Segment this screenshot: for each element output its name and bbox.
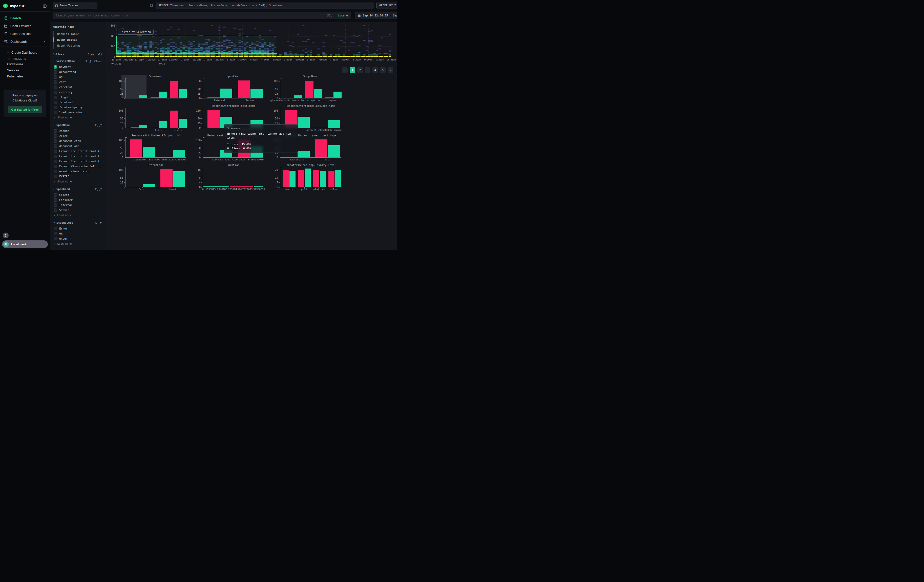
checkbox[interactable] — [54, 111, 57, 114]
inlier-bar[interactable] — [251, 89, 262, 98]
inlier-bar[interactable] — [139, 96, 147, 98]
filter-checkbox-payment[interactable]: ✓payment — [53, 64, 102, 69]
filter-checkbox-ad[interactable]: ad — [53, 74, 102, 79]
filter-by-selection-button[interactable]: Filter by Selection — [118, 29, 153, 35]
inlier-bar[interactable] — [297, 117, 310, 128]
mode-tab-event-patterns[interactable]: Event Patterns — [54, 43, 102, 49]
create-dashboard-button[interactable]: Create Dashboard — [0, 49, 50, 56]
search-icon[interactable] — [95, 188, 98, 191]
filter-checkbox-change[interactable]: change — [53, 128, 102, 134]
inlier-bar[interactable] — [173, 171, 185, 187]
inlier-bar[interactable] — [220, 89, 232, 98]
mode-tab-event-deltas[interactable]: Event Deltas — [54, 37, 102, 43]
filter-checkbox-documentfetch[interactable]: documentFetch — [53, 138, 102, 143]
outlier-bar[interactable] — [170, 81, 178, 98]
lucene-toggle[interactable]: Lucene — [338, 14, 348, 17]
outlier-bar[interactable] — [238, 81, 250, 98]
filter-checkbox-currency[interactable]: currency — [53, 89, 102, 95]
inlier-bar[interactable] — [289, 171, 295, 187]
checkbox[interactable] — [54, 193, 57, 196]
filter-group-name[interactable]: SpanKind — [56, 188, 94, 191]
sql-toggle[interactable]: SQL — [327, 14, 332, 17]
outlier-bar[interactable] — [313, 170, 319, 187]
sidebar-item-dashboards[interactable]: Dashboards — [0, 38, 50, 46]
preset-services[interactable]: Services — [0, 67, 50, 73]
sidebar-item-client-sessions[interactable]: Client Sessions — [0, 30, 50, 38]
inlier-bar[interactable] — [333, 92, 342, 98]
outlier-bar[interactable] — [208, 97, 219, 98]
filter-group-clear-button[interactable]: Clear — [94, 60, 102, 63]
inlier-bar[interactable] — [297, 151, 310, 157]
chevron-down-icon[interactable] — [53, 124, 55, 126]
page-button-1[interactable]: 1 — [350, 67, 355, 73]
checkbox[interactable] — [54, 160, 57, 163]
sql-select-input[interactable]: SELECT Timestamp, ServiceName, StatusCod… — [156, 2, 373, 9]
outlier-bar[interactable] — [305, 81, 314, 98]
pin-icon[interactable] — [99, 221, 102, 224]
checkbox[interactable] — [54, 232, 57, 235]
checkbox[interactable] — [54, 208, 57, 212]
checkbox[interactable] — [54, 106, 57, 109]
checkbox[interactable] — [54, 155, 57, 158]
checkbox[interactable]: ✓ — [54, 65, 57, 69]
sidebar-item-search[interactable]: Search — [0, 14, 50, 22]
preset-kubernetes[interactable]: Kubernetes — [0, 73, 50, 79]
gear-icon[interactable] — [150, 3, 153, 7]
filter-show-more[interactable]: ›Show more — [53, 179, 102, 185]
clear-all-button[interactable]: Clear all — [88, 53, 102, 56]
inlier-bar[interactable] — [335, 170, 341, 187]
filter-checkbox-client[interactable]: Client — [53, 192, 102, 197]
filter-checkbox-consumer[interactable]: Consumer — [53, 197, 102, 203]
source-select[interactable]: Demo Traces — [53, 2, 97, 9]
filter-checkbox-checkout[interactable]: checkout — [53, 84, 102, 89]
chevron-down-icon[interactable] — [53, 222, 55, 224]
filter-checkbox-cart[interactable]: cart — [53, 79, 102, 84]
preset-clickhouse[interactable]: ClickHouse — [0, 61, 50, 67]
search-input[interactable]: Search your events w/ Lucene ex. column:… — [53, 12, 351, 19]
filter-checkbox-load-generator[interactable]: load-generator — [53, 110, 102, 115]
filter-checkbox-server[interactable]: Server — [53, 208, 102, 213]
collapse-sidebar-icon[interactable] — [43, 4, 47, 8]
page-prev-button[interactable]: ‹ — [342, 67, 348, 73]
checkbox[interactable] — [54, 203, 57, 207]
checkbox[interactable] — [54, 227, 57, 230]
chevron-down-icon[interactable] — [53, 60, 55, 62]
page-button-5[interactable]: 5 — [380, 67, 386, 73]
filter-checkbox-unset[interactable]: Unset — [53, 236, 102, 241]
filter-checkbox-accounting[interactable]: accounting — [53, 69, 102, 74]
outlier-bar[interactable] — [283, 170, 289, 187]
checkbox[interactable] — [54, 237, 57, 241]
checkbox[interactable] — [54, 145, 57, 148]
outlier-bar[interactable] — [170, 110, 178, 128]
filter-load-more[interactable]: ›Load more — [53, 213, 102, 218]
filter-show-more[interactable]: ›Show more — [53, 115, 102, 120]
filter-checkbox-error-the-credit-card-[interactable]: Error: The credit card (… — [53, 159, 102, 164]
outlier-bar[interactable] — [130, 127, 139, 128]
filter-checkbox-internal[interactable]: Internal — [53, 203, 102, 208]
get-started-button[interactable]: Get Started for Free — [8, 106, 42, 113]
inlier-bar[interactable] — [159, 121, 167, 128]
checkbox[interactable] — [54, 134, 57, 138]
checkbox[interactable] — [54, 150, 57, 153]
order-by-input[interactable]: ORDER BY Timestamp DESC — [376, 2, 397, 9]
checkbox[interactable] — [54, 91, 57, 94]
filter-checkbox-error-the-credit-card-[interactable]: Error: The credit card (… — [53, 148, 102, 153]
checkbox[interactable] — [54, 129, 57, 133]
checkbox[interactable] — [54, 139, 57, 143]
search-icon[interactable] — [84, 60, 87, 63]
filter-checkbox-error-the-credit-card-[interactable]: Error: The credit card (… — [53, 153, 102, 159]
inlier-bar[interactable] — [143, 184, 155, 187]
inlier-bar[interactable] — [294, 96, 302, 98]
sidebar-item-chart-explorer[interactable]: Chart Explorer — [0, 22, 50, 30]
inlier-bar[interactable] — [320, 171, 326, 187]
events-heatmap[interactable]: 6004002000 Filter by Selection — [116, 25, 391, 57]
outlier-bar[interactable] — [130, 139, 142, 157]
filter-checkbox-flagd[interactable]: flagd — [53, 95, 102, 100]
filter-checkbox-documentload[interactable]: documentLoad — [53, 143, 102, 148]
filter-group-name[interactable]: ServiceName — [56, 59, 83, 63]
checkbox[interactable] — [54, 70, 57, 74]
inlier-bar[interactable] — [179, 89, 187, 98]
inlier-bar[interactable] — [314, 89, 322, 98]
checkbox[interactable] — [54, 81, 57, 84]
inlier-bar[interactable] — [139, 125, 147, 128]
